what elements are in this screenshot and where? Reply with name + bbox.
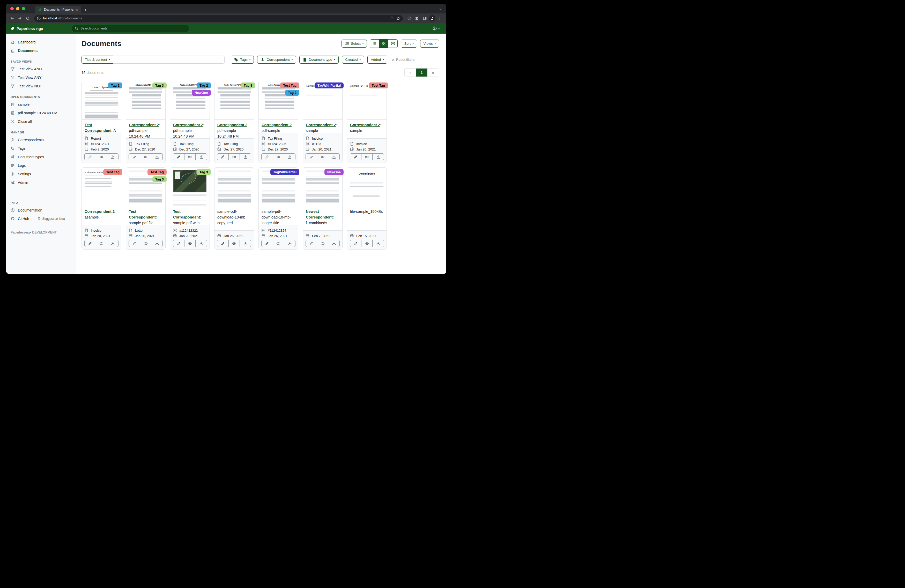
side-panel-icon[interactable] [421,15,428,22]
sidebar-item-test-view-any[interactable]: Test View ANY [6,73,73,82]
back-button[interactable] [9,15,16,22]
preview-button[interactable] [273,240,284,247]
correspondent-link[interactable]: Correspondent 2 [129,123,159,127]
sidebar-item-documentation[interactable]: Documentation [6,206,73,214]
preview-button[interactable] [140,240,152,247]
browser-menu-icon[interactable] [437,15,443,22]
correspondent-link[interactable]: Correspondent 2 [173,123,203,127]
download-button[interactable] [373,240,384,247]
sidebar-item-settings[interactable]: Settings [6,170,73,178]
edit-button[interactable] [129,154,140,160]
tag-badge[interactable]: TagWithPartial [314,82,344,89]
sidebar-extra-link[interactable]: Suggest an idea [37,217,65,221]
select-button[interactable]: Select▾ [341,40,367,48]
tag-badge[interactable]: Tag 2 [285,90,299,96]
correspondent-link[interactable]: Correspondent 2 [218,123,247,127]
download-button[interactable] [107,240,118,247]
browser-tab[interactable]: Documents - Paperless-ngx ✕ [35,6,81,13]
correspondent-filter-button[interactable]: Correspondent▾ [257,55,296,63]
tag-badge[interactable]: NewOne [324,169,344,175]
preview-button[interactable] [362,240,373,247]
sidebar-item-document-types[interactable]: Document types [6,152,73,161]
sidebar-item-admin[interactable]: Admin [6,178,73,187]
tag-badge[interactable]: Tag 3 [197,169,211,175]
tag-badge[interactable]: TagWithPartial [270,169,299,175]
edit-button[interactable] [84,240,96,247]
grid-view-toggle[interactable] [379,40,388,48]
download-button[interactable] [284,154,295,160]
share-icon[interactable] [390,16,394,21]
user-menu[interactable]: ▾ [433,26,446,30]
reset-filters-link[interactable]: ✕ Reset filters [392,58,415,62]
reload-button[interactable] [24,15,31,22]
sidebar-item-pdf-sample-10-24-48-pm[interactable]: pdf-sample 10.24.48 PM [6,109,73,117]
forward-button[interactable] [17,15,23,22]
sidebar-item-correspondents[interactable]: Correspondents [6,135,73,144]
download-button[interactable] [151,240,162,247]
added-filter-button[interactable]: Added▾ [367,55,387,63]
edit-button[interactable] [350,154,362,160]
preview-button[interactable] [317,154,329,160]
site-info-icon[interactable] [37,16,41,21]
window-controls[interactable] [6,4,29,13]
pagination-prev[interactable]: « [405,68,416,76]
preview-button[interactable] [184,154,196,160]
suggest-idea-link[interactable]: Suggest an idea [43,217,65,220]
download-button[interactable] [195,240,207,247]
global-search[interactable] [72,25,189,32]
sort-button[interactable]: Sort▾ [401,40,417,48]
tag-badge[interactable]: Test Tag [369,82,388,89]
minimize-window-button[interactable] [16,7,19,10]
correspondent-link[interactable]: Newest Correspondent [306,209,333,219]
correspondent-link[interactable]: Correspondent 2 [306,123,336,127]
correspondent-link[interactable]: Test Correspondent [129,209,156,219]
tag-badge[interactable]: Tag 3 [241,82,255,89]
tab-close-icon[interactable]: ✕ [76,8,78,11]
preview-button[interactable] [140,154,152,160]
preview-button[interactable] [229,154,240,160]
tag-badge[interactable]: Tag 2 [108,82,122,89]
edit-button[interactable] [306,154,317,160]
correspondent-link[interactable]: Correspondent 2 [262,123,292,127]
preview-button[interactable] [229,240,240,247]
tag-badge[interactable]: Test Tag [103,169,122,175]
new-tab-button[interactable]: + [84,8,87,13]
tab-search-chevron-icon[interactable] [438,7,443,11]
download-button[interactable] [240,240,251,247]
close-window-button[interactable] [10,7,14,10]
edit-button[interactable] [262,240,273,247]
preview-button[interactable] [96,240,107,247]
sidebar-item-dashboard[interactable]: Dashboard [6,38,73,46]
download-button[interactable] [328,240,340,247]
address-bar[interactable]: localhost:4200/documents [34,15,403,22]
tag-badge[interactable]: Tag 3 [152,82,167,89]
extensions-puzzle-icon[interactable] [414,15,421,22]
sidebar-item-github[interactable]: GitHubSuggest an idea [6,214,73,223]
sidebar-item-test-view-and[interactable]: Test View AND [6,65,73,73]
search-input[interactable] [81,27,186,30]
edit-button[interactable] [173,154,184,160]
created-filter-button[interactable]: Created▾ [342,55,364,63]
edit-button[interactable] [84,154,96,160]
sidebar-item-logs[interactable]: Logs [6,161,73,170]
edit-button[interactable] [129,240,140,247]
sidebar-item-documents[interactable]: Documents [6,46,73,55]
edit-button[interactable] [218,240,229,247]
correspondent-link[interactable]: Correspondent 2 [350,123,380,127]
download-button[interactable] [373,154,384,160]
correspondent-link[interactable]: Test Correspondent [84,123,111,133]
edit-button[interactable] [350,240,362,247]
preview-button[interactable] [362,154,373,160]
preview-button[interactable] [96,154,107,160]
sidebar-item-sample[interactable]: sample [6,100,73,109]
title-content-dropdown[interactable]: Title & content▾ [81,55,113,63]
sidebar-item-tags[interactable]: Tags [6,144,73,152]
title-content-input[interactable] [113,55,225,63]
tag-badge[interactable]: NewOne [192,90,211,96]
pagination-page-1[interactable]: 1 [416,68,427,76]
preview-button[interactable] [184,240,196,247]
download-button[interactable] [284,240,295,247]
document-type-filter-button[interactable]: Document type▾ [299,55,338,63]
edit-button[interactable] [262,154,273,160]
app-brand[interactable]: Paperless-ngx [6,26,72,31]
